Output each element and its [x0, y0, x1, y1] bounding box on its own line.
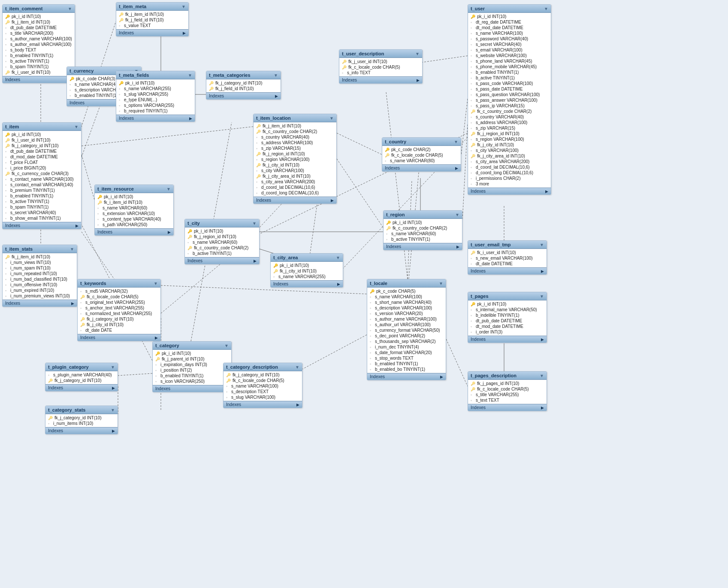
field-name: b_enabled_bo TINYINT(1) [375, 367, 425, 372]
footer-expand-icon[interactable]: ▶ [541, 337, 544, 342]
table-header-t_user_description[interactable]: t_user_description▼ [339, 50, 422, 58]
table-footer-t_item_stats[interactable]: Indexes▶ [3, 300, 77, 306]
table-footer-t_user_email_tmp[interactable]: Indexes▶ [468, 267, 547, 274]
footer-expand-icon[interactable]: ▶ [112, 386, 115, 390]
filter-icon-t_locale[interactable]: ▼ [439, 281, 443, 286]
footer-expand-icon[interactable]: ▶ [541, 406, 544, 410]
table-footer-t_item_resource[interactable]: Indexes▶ [95, 228, 173, 235]
filter-icon-t_meta_categories[interactable]: ▼ [274, 73, 278, 78]
table-footer-t_locale[interactable]: Indexes▶ [367, 373, 446, 380]
table-footer-t_plugin_category[interactable]: Indexes▶ [45, 384, 118, 391]
footer-expand-icon[interactable]: ▶ [455, 166, 458, 170]
table-header-t_user_email_tmp[interactable]: t_user_email_tmp▼ [468, 241, 547, 249]
filter-icon-t_city[interactable]: ▼ [252, 221, 257, 226]
table-header-t_keywords[interactable]: t_keywords▼ [78, 279, 160, 288]
indexes-label: Indexes [119, 116, 134, 121]
table-header-t_category_description[interactable]: t_category_description▼ [224, 363, 302, 371]
footer-expand-icon[interactable]: ▶ [440, 375, 443, 379]
field-key-icon: ◦ [471, 42, 474, 47]
table-footer-t_keywords[interactable]: Indexes▶ [78, 334, 160, 341]
table-header-t_item_location[interactable]: t_item_location▼ [254, 114, 336, 122]
table-footer-t_category_description[interactable]: Indexes▶ [224, 401, 302, 408]
table-title-t_pages: t_pages [471, 294, 489, 299]
table-header-t_category_stats[interactable]: t_category_stats▼ [45, 406, 118, 414]
table-header-t_pages[interactable]: t_pages▼ [468, 292, 547, 300]
filter-icon-t_category_description[interactable]: ▼ [295, 365, 299, 370]
footer-expand-icon[interactable]: ▶ [183, 31, 186, 35]
filter-icon-t_plugin_category[interactable]: ▼ [111, 365, 115, 370]
table-footer-t_meta_categories[interactable]: Indexes▶ [206, 92, 281, 99]
field-key-icon: ◦ [471, 308, 474, 312]
table-footer-t_category[interactable]: Indexes▶ [153, 385, 231, 392]
footer-expand-icon[interactable]: ▶ [76, 224, 79, 228]
filter-icon-t_user_description[interactable]: ▼ [415, 52, 420, 56]
filter-icon-t_item[interactable]: ▼ [74, 124, 79, 129]
table-header-t_category[interactable]: t_category▼ [153, 342, 231, 350]
table-header-t_locale[interactable]: t_locale▼ [367, 279, 446, 288]
footer-expand-icon[interactable]: ▶ [112, 429, 115, 433]
table-footer-t_item_comment[interactable]: Indexes▶ [3, 76, 75, 83]
table-header-t_pages_description[interactable]: t_pages_description▼ [468, 372, 547, 380]
footer-expand-icon[interactable]: ▶ [71, 301, 74, 306]
filter-icon-t_item_stats[interactable]: ▼ [70, 247, 74, 252]
table-header-t_meta_categories[interactable]: t_meta_categories▼ [206, 71, 281, 79]
table-footer-t_country[interactable]: Indexes▶ [382, 164, 461, 171]
table-header-t_city_area[interactable]: t_city_area▼ [271, 254, 343, 262]
footer-expand-icon[interactable]: ▶ [337, 282, 340, 286]
filter-icon-t_pages[interactable]: ▼ [540, 294, 544, 299]
table-footer-t_item_meta[interactable]: Indexes▶ [116, 29, 188, 36]
filter-icon-t_country[interactable]: ▼ [454, 139, 458, 144]
table-header-t_country[interactable]: t_country▼ [382, 138, 461, 146]
footer-expand-icon[interactable]: ▶ [189, 116, 192, 121]
footer-expand-icon[interactable]: ▶ [296, 403, 299, 407]
filter-icon-t_item_location[interactable]: ▼ [329, 116, 334, 121]
table-header-t_item[interactable]: t_item▼ [3, 123, 81, 131]
table-header-t_region[interactable]: t_region▼ [384, 211, 462, 219]
filter-icon-t_meta_fields[interactable]: ▼ [188, 73, 192, 78]
table-footer-t_city[interactable]: Indexes▶ [185, 257, 259, 264]
table-header-t_user[interactable]: t_user▼ [468, 5, 551, 13]
filter-icon-t_item_meta[interactable]: ▼ [181, 4, 186, 9]
filter-icon-t_item_comment[interactable]: ▼ [68, 6, 72, 11]
table-footer-t_user_description[interactable]: Indexes▶ [339, 76, 422, 83]
table-header-t_item_meta[interactable]: t_item_meta▼ [116, 3, 188, 11]
footer-expand-icon[interactable]: ▶ [545, 189, 548, 194]
table-header-t_item_resource[interactable]: t_item_resource▼ [95, 185, 173, 193]
table-footer-t_user[interactable]: Indexes▶ [468, 188, 551, 194]
field-key-icon: ◦ [80, 328, 84, 333]
table-footer-t_meta_fields[interactable]: Indexes▶ [116, 115, 195, 121]
filter-icon-t_category_stats[interactable]: ▼ [111, 408, 115, 412]
footer-expand-icon[interactable]: ▶ [168, 230, 171, 234]
filter-icon-t_user_email_tmp[interactable]: ▼ [540, 242, 544, 247]
table-header-t_meta_fields[interactable]: t_meta_fields▼ [116, 71, 195, 79]
footer-expand-icon[interactable]: ▶ [417, 78, 420, 82]
filter-icon-t_category[interactable]: ▼ [224, 343, 229, 348]
table-header-t_item_comment[interactable]: t_item_comment▼ [3, 5, 75, 13]
filter-icon-t_user[interactable]: ▼ [544, 6, 548, 11]
table-title-t_item_comment: t_item_comment [5, 6, 42, 11]
table-footer-t_item[interactable]: Indexes▶ [3, 222, 81, 229]
filter-icon-t_pages_description[interactable]: ▼ [540, 373, 544, 378]
table-footer-t_pages[interactable]: Indexes▶ [468, 336, 547, 342]
filter-icon-t_keywords[interactable]: ▼ [154, 281, 158, 286]
footer-expand-icon[interactable]: ▶ [254, 259, 257, 263]
table-header-t_item_stats[interactable]: t_item_stats▼ [3, 245, 77, 253]
field-key-icon: 🔑 [48, 379, 53, 383]
table-header-t_plugin_category[interactable]: t_plugin_category▼ [45, 363, 118, 371]
footer-expand-icon[interactable]: ▶ [541, 269, 544, 273]
table-field: 🔑fk_j_field_id INT(10) [206, 86, 281, 91]
table-footer-t_city_area[interactable]: Indexes▶ [271, 280, 343, 287]
table-header-t_city[interactable]: t_city▼ [185, 219, 259, 227]
table-footer-t_category_stats[interactable]: Indexes▶ [45, 427, 118, 434]
filter-icon-t_item_resource[interactable]: ▼ [166, 187, 171, 191]
filter-icon-t_region[interactable]: ▼ [455, 212, 459, 217]
footer-expand-icon[interactable]: ▶ [155, 336, 158, 340]
table-footer-t_region[interactable]: Indexes▶ [384, 243, 462, 250]
filter-icon-t_city_area[interactable]: ▼ [336, 255, 340, 260]
table-footer-t_pages_description[interactable]: Indexes▶ [468, 404, 547, 411]
table-field: ◦s_name VARCHAR(100) [224, 383, 302, 389]
footer-expand-icon[interactable]: ▶ [456, 245, 459, 249]
footer-expand-icon[interactable]: ▶ [275, 94, 278, 98]
footer-expand-icon[interactable]: ▶ [331, 198, 334, 203]
table-footer-t_item_location[interactable]: Indexes▶ [254, 197, 336, 203]
